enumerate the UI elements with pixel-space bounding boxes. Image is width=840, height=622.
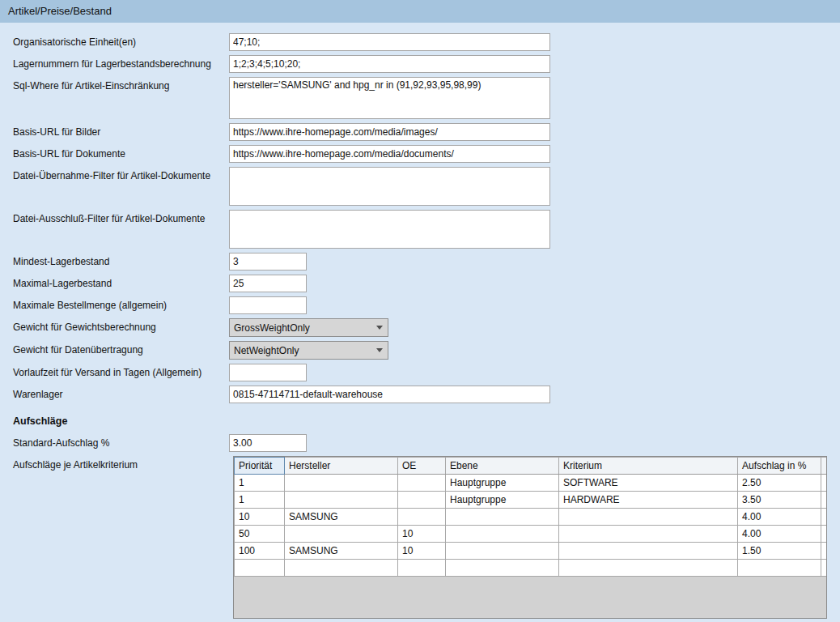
grid-header-kriterium[interactable]: Kriterium (559, 458, 738, 475)
grid-cell[interactable] (285, 560, 398, 577)
warehouse-label: Warenlager (13, 386, 229, 400)
grid-cell[interactable]: 1 (235, 492, 285, 509)
grid-cell[interactable]: 3.50 (738, 492, 821, 509)
stock-numbers-label: Lagernummern für Lagerbestandsberechnung (13, 55, 229, 70)
form-row: Basis-URL für Bilder (13, 123, 827, 141)
grid-header-hersteller[interactable]: Hersteller (285, 458, 398, 475)
chevron-down-icon (376, 348, 383, 352)
grid-cell-filler (821, 560, 828, 577)
grid-cell[interactable]: 10 (398, 526, 446, 543)
grid-cell[interactable]: 100 (235, 543, 285, 560)
grid-header-row: Priorität Hersteller OE Ebene Kriterium … (235, 458, 828, 475)
grid-cell[interactable]: 10 (398, 543, 446, 560)
max-stock-input[interactable] (229, 275, 307, 292)
weight-transfer-label: Gewicht für Datenübertragung (13, 341, 229, 356)
min-stock-input[interactable] (229, 253, 307, 271)
grid-header-filler (821, 458, 828, 475)
grid-cell[interactable] (446, 560, 559, 577)
grid-cell[interactable] (398, 560, 446, 577)
form-row: Basis-URL für Dokumente (13, 145, 827, 163)
grid-cell[interactable]: 50 (235, 526, 285, 543)
grid-cell[interactable] (446, 543, 559, 560)
grid-cell[interactable] (235, 560, 285, 577)
base-url-documents-input[interactable] (229, 145, 550, 163)
max-order-qty-label: Maximale Bestellmenge (allgemein) (13, 296, 229, 311)
form-row: Organisatorische Einheit(en) (13, 33, 827, 51)
form-row: Lagernummern für Lagerbestandsberechnung (13, 55, 827, 73)
table-row (235, 560, 828, 577)
grid-cell[interactable] (398, 509, 446, 526)
grid-cell[interactable]: 10 (235, 509, 285, 526)
form-row: Maximal-Lagerbestand (13, 275, 827, 292)
stock-numbers-input[interactable] (229, 55, 550, 73)
grid-cell[interactable] (285, 475, 398, 492)
table-row: 1 Hauptgruppe HARDWARE 3.50 (235, 492, 828, 509)
table-row: 50 10 4.00 (235, 526, 828, 543)
chevron-down-icon (376, 326, 383, 330)
form-row: Maximale Bestellmenge (allgemein) (13, 296, 827, 314)
surcharge-grid-table: Priorität Hersteller OE Ebene Kriterium … (234, 457, 827, 577)
grid-cell[interactable]: SAMSUNG (285, 543, 398, 560)
surcharge-grid[interactable]: Priorität Hersteller OE Ebene Kriterium … (233, 456, 827, 619)
table-row: 1 Hauptgruppe SOFTWARE 2.50 (235, 475, 828, 492)
grid-header-ebene[interactable]: Ebene (446, 458, 559, 475)
grid-cell[interactable]: Hauptgruppe (446, 475, 559, 492)
sql-where-textarea[interactable]: hersteller='SAMSUNG' and hpg_nr in (91,9… (229, 77, 550, 119)
form-row: Datei-Ausschluß-Filter für Artikel-Dokum… (13, 210, 827, 249)
grid-cell[interactable]: 4.00 (738, 526, 821, 543)
grid-cell[interactable] (398, 475, 446, 492)
file-include-filter-textarea[interactable] (229, 167, 550, 206)
base-url-images-label: Basis-URL für Bilder (13, 123, 229, 138)
grid-header-prioritaet[interactable]: Priorität (235, 458, 285, 475)
form-row: Gewicht für Gewichtsberechnung GrossWeig… (13, 318, 827, 337)
grid-cell[interactable] (559, 509, 738, 526)
grid-cell[interactable]: 1.50 (738, 543, 821, 560)
table-row: 100 SAMSUNG 10 1.50 (235, 543, 828, 560)
default-surcharge-input[interactable] (229, 434, 307, 452)
grid-cell-filler (821, 492, 828, 509)
grid-cell[interactable] (559, 526, 738, 543)
grid-cell[interactable] (446, 526, 559, 543)
lead-time-label: Vorlaufzeit für Versand in Tagen (Allgem… (13, 364, 229, 378)
form-row: Standard-Aufschlag % (13, 434, 827, 452)
surcharge-grid-label: Aufschläge je Artikelkriterium (13, 456, 229, 471)
grid-cell[interactable]: 2.50 (738, 475, 821, 492)
grid-cell-filler (821, 509, 828, 526)
grid-cell[interactable] (738, 560, 821, 577)
sql-where-label: Sql-Where für Artikel-Einschränkung (13, 77, 229, 92)
grid-cell[interactable] (398, 492, 446, 509)
file-include-filter-label: Datei-Übernahme-Filter für Artikel-Dokum… (13, 167, 229, 181)
min-stock-label: Mindest-Lagerbestand (13, 253, 229, 267)
grid-cell[interactable]: Hauptgruppe (446, 492, 559, 509)
grid-cell[interactable]: 1 (235, 475, 285, 492)
file-exclude-filter-label: Datei-Ausschluß-Filter für Artikel-Dokum… (13, 210, 229, 224)
org-units-label: Organisatorische Einheit(en) (13, 33, 229, 48)
grid-cell[interactable] (446, 509, 559, 526)
grid-cell-filler (821, 475, 828, 492)
file-exclude-filter-textarea[interactable] (229, 210, 550, 249)
form-row: Datei-Übernahme-Filter für Artikel-Dokum… (13, 167, 827, 206)
lead-time-input[interactable] (229, 364, 307, 381)
weight-transfer-selected-value: NetWeightOnly (234, 345, 299, 356)
grid-header-oe[interactable]: OE (398, 458, 446, 475)
grid-cell[interactable] (559, 560, 738, 577)
grid-cell[interactable] (285, 492, 398, 509)
grid-cell[interactable]: HARDWARE (559, 492, 738, 509)
grid-cell[interactable]: 4.00 (738, 509, 821, 526)
weight-transfer-select[interactable]: NetWeightOnly (229, 341, 388, 360)
org-units-input[interactable] (229, 33, 550, 51)
grid-header-aufschlag[interactable]: Aufschlag in % (738, 458, 821, 475)
max-order-qty-input[interactable] (229, 296, 307, 314)
grid-cell[interactable]: SOFTWARE (559, 475, 738, 492)
base-url-images-input[interactable] (229, 123, 550, 141)
weight-calc-select[interactable]: GrossWeightOnly (229, 318, 388, 337)
weight-calc-selected-value: GrossWeightOnly (234, 322, 310, 334)
warehouse-input[interactable] (229, 386, 550, 403)
grid-cell[interactable]: SAMSUNG (285, 509, 398, 526)
grid-cell-filler (821, 543, 828, 560)
default-surcharge-label: Standard-Aufschlag % (13, 434, 229, 449)
form-row: Mindest-Lagerbestand (13, 253, 827, 271)
max-stock-label: Maximal-Lagerbestand (13, 275, 229, 289)
grid-cell[interactable] (285, 526, 398, 543)
grid-cell[interactable] (559, 543, 738, 560)
